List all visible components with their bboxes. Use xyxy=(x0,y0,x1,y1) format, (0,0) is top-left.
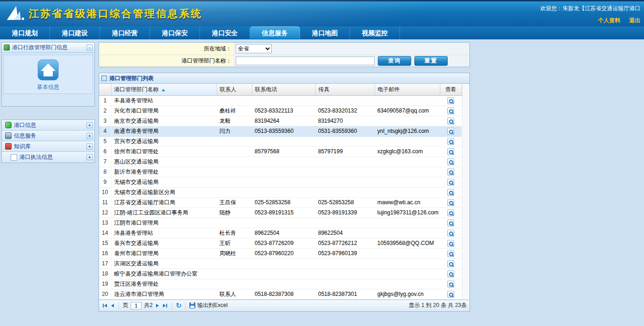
view-detail-icon[interactable] xyxy=(447,209,454,216)
sidebar-panel-header[interactable]: 港口行政管理部门信息 - xyxy=(2,43,94,53)
row-number: 13 xyxy=(99,218,111,228)
view-detail-icon[interactable] xyxy=(447,107,454,114)
table-row[interactable]: 20 连云港市港口管理局 联系人 0518-82387308 0518-8238… xyxy=(99,289,462,299)
view-detail-icon[interactable] xyxy=(447,118,454,125)
query-button[interactable]: 查询 xyxy=(378,56,411,66)
department-name-input[interactable] xyxy=(236,56,375,65)
phone-cell xyxy=(252,269,315,279)
nav-tab[interactable]: 港口建设 xyxy=(50,26,100,39)
department-name-cell: 江阴市港口管理局 xyxy=(111,218,217,228)
table-row[interactable]: 17 滨湖区交通运输局 xyxy=(99,258,462,269)
region-label: 所在地域： xyxy=(99,43,233,55)
row-number: 16 xyxy=(99,248,111,258)
sidebar-item-port-info[interactable]: 港口信息 + xyxy=(2,120,94,131)
basic-info-label: 基本信息 xyxy=(4,83,93,91)
table-row[interactable]: 2 兴化市港口管理局 桑桂祥 0523-83322113 0523-833201… xyxy=(99,106,462,116)
view-detail-icon[interactable] xyxy=(447,260,454,267)
user-links: 个人资料 退出 xyxy=(591,17,640,25)
table-row[interactable]: 14 沛县港务管理站 杜长青 89622504 89622504 xyxy=(99,228,462,238)
table-row[interactable]: 15 泰兴市交通运输局 王昕 0523-87726209 0523-877262… xyxy=(99,238,462,248)
basic-info-shortcut[interactable]: 基本信息 xyxy=(3,55,93,94)
sidebar-item-info-service[interactable]: 信息服务 + xyxy=(2,131,94,141)
table-row[interactable]: 5 宜兴市交通运输局 xyxy=(99,136,462,146)
department-name-cell: 南通市港务管理局 xyxy=(111,126,217,136)
view-detail-icon[interactable] xyxy=(447,250,454,257)
book-icon xyxy=(5,143,12,150)
email-cell xyxy=(375,136,440,146)
view-detail-icon[interactable] xyxy=(447,240,454,247)
view-detail-icon[interactable] xyxy=(447,97,454,104)
nav-tab[interactable]: 港口规划 xyxy=(0,26,50,39)
table-row[interactable]: 1 丰县港务管理站 xyxy=(99,95,462,106)
phone-cell: 89622504 xyxy=(252,228,315,238)
expand-button[interactable]: + xyxy=(87,122,93,128)
row-number: 2 xyxy=(99,106,111,116)
nav-tab[interactable]: 视频监控 xyxy=(350,26,400,39)
nav-tab[interactable]: 信息服务 xyxy=(250,26,300,39)
table-row[interactable]: 4 南通市港务管理局 闫力 0513-83559360 0531-8355936… xyxy=(99,126,462,136)
view-detail-icon[interactable] xyxy=(447,169,454,176)
view-detail-icon[interactable] xyxy=(447,179,454,186)
next-page-button[interactable] xyxy=(155,303,160,308)
home-icon xyxy=(38,59,59,82)
last-page-button[interactable] xyxy=(162,303,168,308)
export-excel-label: 输出到Excel xyxy=(197,301,227,309)
prev-page-button[interactable] xyxy=(110,303,115,308)
sidebar-item-knowledge-base[interactable]: 知识库 + xyxy=(2,141,94,152)
table-row[interactable]: 19 贾汪区港务管理处 xyxy=(99,279,462,289)
column-header-email[interactable]: 电子邮件 xyxy=(375,84,440,95)
export-excel-button[interactable]: 输出到Excel xyxy=(189,301,227,309)
region-select[interactable]: 全省 xyxy=(236,44,272,53)
phone-cell: 0523-87960220 xyxy=(252,248,315,258)
first-page-button[interactable] xyxy=(102,303,108,308)
view-detail-icon[interactable] xyxy=(447,189,454,196)
view-detail-icon[interactable] xyxy=(447,148,454,155)
table-row[interactable]: 16 泰州市港口管理局 周晓柱 0523-87960220 0523-87960… xyxy=(99,248,462,258)
table-row[interactable]: 18 睢宁县交通运输局港口管理办公室 xyxy=(99,269,462,279)
profile-link[interactable]: 个人资料 xyxy=(598,17,620,24)
table-row[interactable]: 8 新沂市港务管理处 xyxy=(99,167,462,177)
sidebar-item-law-enforcement[interactable]: 港口执法信息 + xyxy=(2,152,94,163)
view-detail-icon[interactable] xyxy=(447,128,454,135)
table-row[interactable]: 13 江阴市港口管理局 xyxy=(99,218,462,228)
view-detail-icon[interactable] xyxy=(447,138,454,145)
table-row[interactable]: 9 无锡市交通运输局 xyxy=(99,177,462,187)
collapse-button[interactable]: - xyxy=(87,44,93,50)
view-detail-icon[interactable] xyxy=(447,158,454,165)
fax-cell: 0523-87960139 xyxy=(315,248,375,258)
table-row[interactable]: 6 徐州市港口管理处 85797568 85797199 xzgkglc@163… xyxy=(99,146,462,157)
column-header-fax[interactable]: 传真 xyxy=(315,84,375,95)
view-detail-icon[interactable] xyxy=(447,219,454,226)
grid-scrollbar[interactable] xyxy=(462,84,470,300)
nav-tab[interactable]: 港口安全 xyxy=(200,26,250,39)
view-detail-icon[interactable] xyxy=(447,270,454,277)
nav-tab[interactable]: 港口地图 xyxy=(300,26,350,39)
column-header-contact[interactable]: 联系人 xyxy=(217,84,252,95)
table-row[interactable]: 11 江苏省交通运输厅港口局 王昌保 025-52853258 025-5285… xyxy=(99,197,462,207)
view-detail-icon[interactable] xyxy=(447,281,454,288)
logout-link[interactable]: 退出 xyxy=(629,17,640,24)
column-header-name[interactable]: 港口管理部门名称 xyxy=(111,84,217,95)
view-detail-icon[interactable] xyxy=(447,230,454,237)
column-header-view[interactable]: 查看 xyxy=(440,84,462,95)
fax-cell xyxy=(315,95,375,106)
table-row[interactable]: 7 惠山区交通运输局 xyxy=(99,157,462,167)
email-cell xyxy=(375,187,440,197)
table-row[interactable]: 10 无锡市交通运输新区分局 xyxy=(99,187,462,197)
view-detail-icon[interactable] xyxy=(447,199,454,206)
page-number-input[interactable] xyxy=(131,302,142,309)
phone-cell: 83194264 xyxy=(252,116,315,126)
table-row[interactable]: 3 南京市交通运输局 龙毅 83194264 83194270 xyxy=(99,116,462,126)
department-name-cell: 沛县港务管理站 xyxy=(111,228,217,238)
view-detail-icon[interactable] xyxy=(447,291,454,298)
expand-button[interactable]: + xyxy=(87,133,93,139)
expand-button[interactable]: + xyxy=(87,144,93,150)
sort-asc-icon xyxy=(162,89,165,91)
nav-tab[interactable]: 港口经营 xyxy=(100,26,150,39)
table-row[interactable]: 12 江阴-靖江工业园区港口事务局 陆静 0523-89191315 0523-… xyxy=(99,207,462,218)
reset-button[interactable]: 重置 xyxy=(414,56,448,66)
column-header-phone[interactable]: 联系电话 xyxy=(252,84,315,95)
refresh-icon[interactable]: ↻ xyxy=(176,302,182,309)
expand-button[interactable]: + xyxy=(87,154,93,160)
nav-tab[interactable]: 港口保安 xyxy=(150,26,200,39)
